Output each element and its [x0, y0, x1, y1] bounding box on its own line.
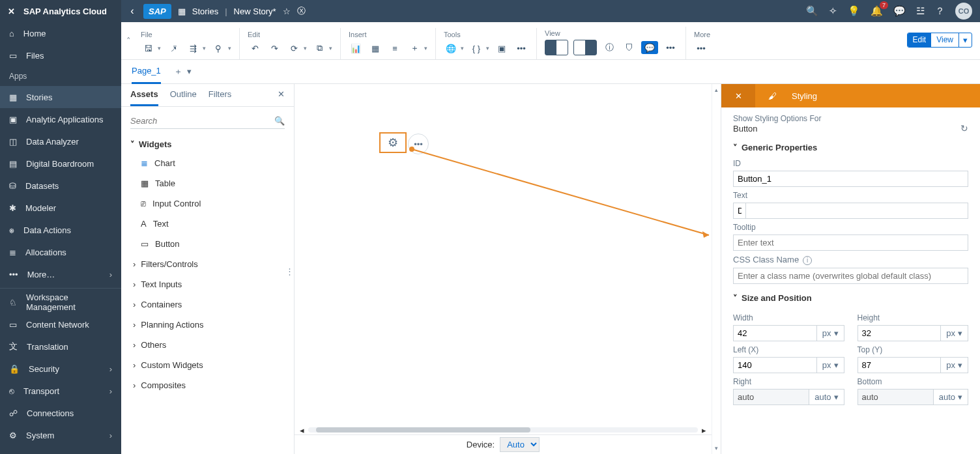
search-icon[interactable]: 🔍 [806, 5, 818, 17]
right-panel-toggle[interactable] [573, 40, 597, 55]
width-input[interactable] [733, 325, 817, 341]
left-panel-toggle[interactable] [545, 40, 568, 55]
left-unit[interactable]: px▾ [817, 357, 844, 373]
nav-close-icon[interactable]: ✕ [7, 7, 16, 16]
nav-translation[interactable]: 文Translation [0, 335, 121, 358]
filter-icon[interactable]: ⛉ [622, 40, 636, 55]
asset-input-control[interactable]: ⎚Input Control [121, 193, 294, 214]
button-widget[interactable]: ⚙ ••• [379, 132, 407, 153]
info-icon[interactable]: ⓘ [602, 40, 616, 55]
left-input[interactable] [733, 357, 817, 373]
discuss-icon[interactable]: ✧ [829, 5, 837, 17]
nav-workspace[interactable]: ♘Workspace Management [0, 291, 121, 313]
asset-text[interactable]: AText [121, 214, 294, 234]
mode-dropdown-icon[interactable]: ▾ [958, 33, 972, 47]
view-more-icon[interactable]: ••• [663, 40, 678, 55]
tab-filters[interactable]: Filters [209, 89, 231, 106]
bottom-unit[interactable]: auto▾ [934, 389, 968, 405]
generic-props-header[interactable]: ˅Generic Properties [733, 143, 968, 152]
tab-outline[interactable]: Outline [170, 89, 197, 106]
global-v-scroll[interactable]: ▴ ▾ [712, 84, 721, 454]
asset-others[interactable]: ›Others [121, 335, 294, 355]
bulb-icon[interactable]: 💡 [848, 5, 860, 17]
scroll-left-icon[interactable]: ◂ [300, 425, 304, 435]
nav-home[interactable]: ⌂Home [0, 22, 121, 44]
chart-icon[interactable]: 📊 [349, 41, 363, 55]
nav-content-network[interactable]: ▭Content Network [0, 313, 121, 335]
tools-more-icon[interactable]: ••• [514, 41, 528, 55]
asset-text-inputs[interactable]: ›Text Inputs [121, 274, 294, 294]
snapshot-icon[interactable]: ▣ [495, 41, 509, 55]
widgets-header[interactable]: ˅Widgets [121, 135, 294, 153]
link-icon[interactable]: ⚲ [211, 41, 225, 55]
edit-mode-button[interactable]: Edit [908, 33, 932, 47]
view-mode-button[interactable]: View [931, 33, 958, 47]
text-input[interactable] [733, 203, 746, 219]
comment-icon[interactable]: 💬 [641, 41, 658, 54]
nav-data-analyzer[interactable]: ◫Data Analyzer [0, 130, 121, 152]
scroll-down-icon[interactable]: ▾ [715, 445, 718, 451]
size-pos-header[interactable]: ˅Size and Position [733, 293, 968, 303]
nav-modeler[interactable]: ✱Modeler [0, 197, 121, 219]
tab-assets[interactable]: Assets [130, 89, 158, 106]
nav-transport[interactable]: ⎋Transport› [0, 380, 121, 402]
undo-icon[interactable]: ↶ [248, 41, 262, 55]
scroll-up-icon[interactable]: ▴ [715, 87, 718, 93]
back-button[interactable]: ‹ [121, 5, 143, 17]
avatar[interactable]: CO [955, 3, 972, 20]
nav-boardroom[interactable]: ▤Digital Boardroom [0, 152, 121, 175]
code-icon[interactable]: { } [469, 41, 483, 55]
asset-planning[interactable]: ›Planning Actions [121, 315, 294, 335]
asset-filters-controls[interactable]: ›Filters/Controls [121, 254, 294, 274]
asset-custom-widgets[interactable]: ›Custom Widgets [121, 355, 294, 375]
asset-composites[interactable]: ›Composites [121, 375, 294, 395]
more-icon[interactable]: ••• [694, 41, 708, 55]
top-input[interactable] [857, 357, 942, 373]
assets-search-input[interactable] [130, 113, 274, 128]
add-icon[interactable]: ＋ [407, 41, 422, 55]
add-page-button[interactable]: ＋ ▾ [174, 66, 192, 78]
calc-icon[interactable]: 🌐 [444, 41, 458, 55]
nav-system[interactable]: ⚙System› [0, 424, 121, 446]
nav-data-actions[interactable]: ⎈Data Actions [0, 219, 121, 241]
height-unit[interactable]: px▾ [941, 325, 968, 341]
save-icon[interactable]: 🖫 [141, 41, 155, 55]
widget-menu-button[interactable]: ••• [408, 134, 429, 154]
info-icon[interactable]: i [803, 256, 812, 265]
device-select[interactable]: Auto [500, 437, 540, 452]
close-story-icon[interactable]: ⓧ [297, 5, 306, 17]
export-icon[interactable]: ⭷ [166, 41, 180, 55]
help-icon[interactable]: ？ [935, 5, 945, 18]
tooltip-input[interactable] [733, 234, 968, 251]
reset-icon[interactable]: ↻ [960, 123, 968, 134]
asset-containers[interactable]: ›Containers [121, 294, 294, 315]
favorite-icon[interactable]: ☆ [283, 7, 291, 16]
table-icon[interactable]: ▦ [368, 41, 382, 55]
builder-tab[interactable]: ✕ [721, 84, 755, 107]
notifications-icon[interactable]: 🔔7 [871, 5, 883, 17]
feedback-icon[interactable]: ☳ [916, 5, 925, 17]
story-canvas[interactable]: ⚙ ••• [295, 84, 712, 425]
nav-stories[interactable]: ▦Stories [0, 86, 121, 108]
text-input-rest[interactable] [746, 203, 968, 219]
controls-icon[interactable]: ≡ [388, 41, 402, 55]
refresh-icon[interactable]: ⟳ [287, 41, 301, 55]
nav-connections[interactable]: ☍Connections [0, 402, 121, 424]
right-unit[interactable]: auto▾ [809, 389, 844, 405]
nav-datasets[interactable]: ⛁Datasets [0, 175, 121, 197]
canvas-h-scroll[interactable]: ◂ ▸ [295, 425, 712, 434]
nav-allocations[interactable]: ≣Allocations [0, 241, 121, 263]
crumb-stories[interactable]: Stories [192, 7, 218, 16]
redo-icon[interactable]: ↷ [267, 41, 281, 55]
top-unit[interactable]: px▾ [941, 357, 968, 373]
height-input[interactable] [857, 325, 942, 341]
nav-analytic-apps[interactable]: ▣Analytic Applications [0, 108, 121, 130]
chat-icon[interactable]: 💬 [893, 5, 906, 17]
scroll-right-icon[interactable]: ▸ [702, 425, 706, 435]
width-unit[interactable]: px▾ [817, 325, 844, 341]
asset-button[interactable]: ▭Button [121, 234, 294, 254]
asset-table[interactable]: ▦Table [121, 173, 294, 193]
id-input[interactable] [733, 171, 968, 187]
share-icon[interactable]: ⇶ [186, 41, 200, 55]
nav-security[interactable]: 🔒Security› [0, 358, 121, 380]
